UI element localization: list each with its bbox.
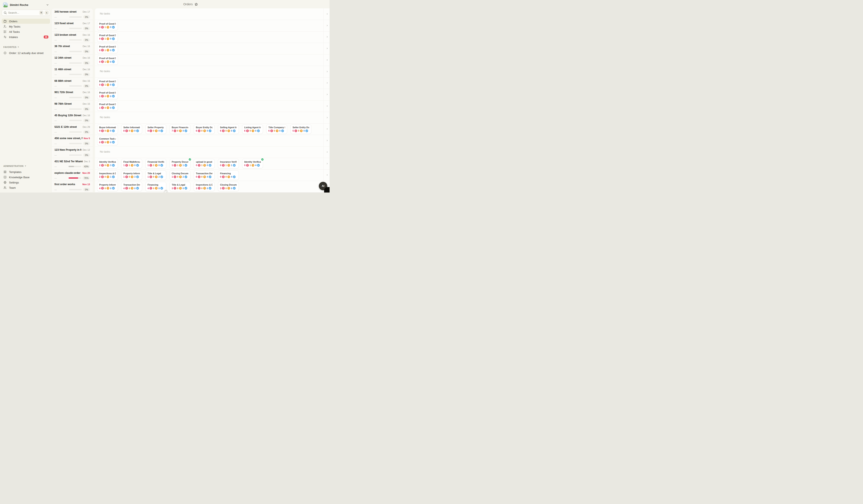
- task-card[interactable]: Closing Documents102: [170, 171, 190, 180]
- pending-icon: [155, 164, 158, 167]
- search-icon: [4, 11, 7, 14]
- task-card[interactable]: Financial Verificatio...120: [146, 159, 166, 168]
- task-card[interactable]: Identity Verification ...014: [242, 159, 263, 168]
- sidebar-item-knowledge-base[interactable]: Knowledge Base: [2, 175, 50, 180]
- search-input[interactable]: [8, 11, 38, 14]
- row-chevron-icon[interactable]: ›: [327, 46, 328, 50]
- task-card[interactable]: Title & Legal300: [170, 182, 190, 191]
- task-card[interactable]: Property Information103: [121, 171, 142, 180]
- task-card[interactable]: Inspections & Disclo...201: [97, 171, 118, 180]
- task-card[interactable]: Title & Legal102: [146, 171, 166, 180]
- order-row[interactable]: 45 Buying 12th StreetDec 16—0%: [52, 112, 93, 124]
- row-chevron-icon[interactable]: ›: [327, 92, 328, 96]
- task-card[interactable]: Identity Verification ...203: [97, 159, 118, 168]
- task-card[interactable]: Seller Information & ...800: [121, 124, 142, 134]
- completed-count: 2: [159, 176, 160, 178]
- row-chevron-icon[interactable]: ›: [327, 161, 328, 165]
- pending-count: 0: [105, 95, 106, 98]
- sidebar-item-intakes[interactable]: Intakes 35: [2, 35, 50, 39]
- task-card[interactable]: Proof of Good Stand...010: [97, 55, 118, 65]
- row-chevron-icon[interactable]: ›: [327, 12, 328, 16]
- order-row[interactable]: 66 88th streetDec 16—0%: [52, 78, 93, 89]
- order-due-date: Dec 29: [83, 126, 90, 128]
- order-row[interactable]: 123 Nwe Property in Mary...Dec 12—0%: [52, 147, 93, 158]
- task-card[interactable]: Proof of Good Stand...010: [97, 44, 118, 53]
- row-chevron-icon[interactable]: ›: [327, 127, 328, 131]
- task-card[interactable]: Proof of Good Stand...010: [97, 33, 118, 42]
- task-card[interactable]: Proof of Good Stand...010: [97, 78, 118, 88]
- task-card[interactable]: Property Document...111: [170, 159, 190, 168]
- overdue-count: 0: [99, 49, 100, 51]
- row-chevron-icon[interactable]: ›: [327, 104, 328, 108]
- task-card[interactable]: Closing Documents300: [218, 182, 239, 191]
- sidebar-item-settings[interactable]: Settings: [2, 180, 50, 185]
- task-card[interactable]: Insurance Verificatio...011: [218, 159, 239, 168]
- order-row[interactable]: 456 some new street, MANov 5—0%: [52, 135, 93, 147]
- order-row[interactable]: 5321 E 12th streetDec 29—0%: [52, 124, 93, 135]
- order-row[interactable]: 345 herewe streetDec 17—0%: [52, 9, 93, 20]
- overdue-icon: [174, 164, 176, 167]
- overdue-icon: [125, 176, 128, 178]
- order-progress-bar: [69, 51, 82, 52]
- task-card[interactable]: Final Walkthrough - ...110: [121, 159, 142, 168]
- order-row[interactable]: first order worksNov 13—0%: [52, 181, 93, 192]
- task-card[interactable]: Proof of Good Stand...100: [97, 101, 118, 111]
- sidebar-item-team[interactable]: Team: [2, 185, 50, 190]
- row-chevron-icon[interactable]: ›: [327, 70, 328, 73]
- task-card[interactable]: Seller Entity Docum...500: [290, 124, 311, 134]
- task-card[interactable]: Transaction Details400: [121, 182, 142, 191]
- task-card[interactable]: Transaction Details004: [194, 171, 215, 180]
- pending-icon: [227, 129, 230, 132]
- task-card[interactable]: Financing004: [218, 171, 239, 180]
- task-card[interactable]: Title Company Initial...600: [266, 124, 287, 134]
- task-card[interactable]: Seller Property Infor...800: [146, 124, 166, 134]
- row-chevron-icon[interactable]: ›: [327, 138, 328, 142]
- order-row[interactable]: 901 72th StreetDec 16—0%: [52, 89, 93, 100]
- task-card[interactable]: Proof of Good Stand...100: [97, 90, 118, 99]
- completed-count: 0: [134, 129, 136, 132]
- row-chevron-icon[interactable]: ›: [327, 115, 328, 119]
- overdue-icon: [222, 164, 225, 167]
- workspace-switcher[interactable]: Dimitri Roche: [2, 2, 50, 8]
- sidebar-item-orders[interactable]: Orders: [2, 19, 50, 24]
- sidebar-item-my-tasks[interactable]: My Tasks: [2, 24, 50, 29]
- overdue-count: 4: [99, 187, 100, 190]
- task-card[interactable]: upload in good stan...010: [194, 159, 215, 168]
- task-card[interactable]: Listing Agent Inform...600: [242, 124, 263, 134]
- sidebar-item-all-tasks[interactable]: All Tasks: [2, 29, 50, 34]
- order-row[interactable]: 123 fixed streetDec 17—0%: [52, 20, 93, 32]
- order-row[interactable]: 36 7th streetDec 16—0%: [52, 43, 93, 54]
- order-row[interactable]: 431 NE 52nd Ter MiamiDec 3—43%: [52, 158, 93, 169]
- order-row[interactable]: 98 78th StreetDec 16—0%: [52, 100, 93, 112]
- pending-count: 1: [226, 164, 227, 166]
- task-card-counts: 010: [99, 37, 116, 40]
- overdue-icon: [149, 164, 152, 167]
- order-title: explore claude-order cli c...: [54, 172, 81, 174]
- sidebar-item-templates[interactable]: Templates: [2, 169, 50, 174]
- order-row[interactable]: 123 broken streetDec 16—0%: [52, 32, 93, 43]
- task-card[interactable]: Proof of Good Stand...010: [97, 21, 118, 30]
- favorite-star-icon[interactable]: [195, 2, 198, 6]
- task-card[interactable]: Property Information400: [97, 182, 118, 191]
- order-row[interactable]: 12 34th streetDec 16—0%: [52, 54, 93, 66]
- row-chevron-icon[interactable]: ›: [327, 35, 328, 39]
- order-due-date: Dec 16: [83, 34, 90, 36]
- row-chevron-icon[interactable]: ›: [327, 173, 328, 177]
- pending-icon: [107, 95, 109, 98]
- task-card[interactable]: Buyer Entity Docum...600: [194, 124, 215, 134]
- row-chevron-icon[interactable]: ›: [327, 150, 328, 154]
- favorites-section-header[interactable]: FAVORITES: [2, 46, 50, 48]
- task-card[interactable]: Buyer Financing Info...700: [170, 124, 190, 134]
- task-card[interactable]: Common Task A000: [97, 136, 118, 145]
- row-chevron-icon[interactable]: ›: [327, 23, 328, 27]
- order-row[interactable]: 11 46th streetDec 16—0%: [52, 66, 93, 78]
- task-card[interactable]: Selling Agent Inform...600: [218, 124, 239, 134]
- row-chevron-icon[interactable]: ›: [327, 58, 328, 62]
- overdue-icon: [101, 84, 104, 86]
- administration-section-header[interactable]: ADMINISTRATION: [2, 165, 50, 167]
- order-row[interactable]: explore claude-order cli c...Nov 20—76%: [52, 169, 93, 181]
- task-card[interactable]: Inspections & Disclo...300: [194, 182, 215, 191]
- favorite-item-order[interactable]: Order: 12 actually due street: [2, 50, 50, 55]
- row-chevron-icon[interactable]: ›: [327, 81, 328, 85]
- task-card[interactable]: Buyer Information & ...900: [97, 124, 118, 134]
